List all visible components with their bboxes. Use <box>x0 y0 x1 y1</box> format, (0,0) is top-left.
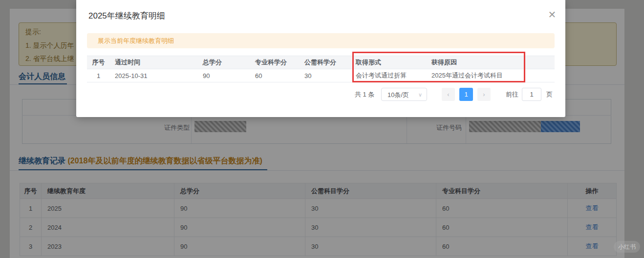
goto-unit-label: 页 <box>546 88 553 101</box>
cell-acquire-reason: 2025年通过会计考试科目 <box>427 69 555 82</box>
cell-no: 1 <box>87 69 110 82</box>
col-header-total-credits: 总学分 <box>198 56 250 69</box>
col-header-public-credits: 公需科学分 <box>300 56 351 69</box>
arrow-left-icon: ‹ <box>447 91 449 98</box>
modal-notice-banner: 展示当前年度继续教育明细 <box>87 33 555 48</box>
pagination-total: 共 1 条 <box>355 88 374 101</box>
prev-page-button[interactable]: ‹ <box>442 88 455 101</box>
col-header-professional-credits: 专业科学分 <box>250 56 300 69</box>
modal-title: 2025年继续教育明细 <box>88 10 165 21</box>
table-row: 1 2025-10-31 90 60 30 会计考试通过折算 2025年通过会计… <box>87 69 555 82</box>
next-page-button[interactable]: › <box>477 88 491 101</box>
page-size-value: 10条/页 <box>387 91 409 99</box>
cell-professional: 60 <box>250 69 300 82</box>
screenshot-root: 提示: 1. 显示个人历年 2. 省平台线上继 会计人员信息 证件类型 证件号码… <box>0 0 644 258</box>
chevron-down-icon: ∨ <box>418 88 422 101</box>
close-icon[interactable]: ✕ <box>545 8 559 21</box>
arrow-right-icon: › <box>483 91 485 98</box>
page-size-select[interactable]: 10条/页∨ <box>381 88 427 101</box>
col-header-no: 序号 <box>87 56 110 69</box>
cell-pass-date: 2025-10-31 <box>110 69 198 82</box>
cell-public: 30 <box>300 69 351 82</box>
cell-total: 90 <box>198 69 250 82</box>
ce-detail-header-row: 序号 通过时间 总学分 专业科学分 公需科学分 取得形式 获得原因 <box>87 56 555 69</box>
col-header-pass-date: 通过时间 <box>110 56 198 69</box>
ce-detail-table: 序号 通过时间 总学分 专业科学分 公需科学分 取得形式 获得原因 1 2025… <box>87 56 555 82</box>
xiaohongshu-watermark: 小红书 <box>614 241 640 253</box>
goto-label: 前往 <box>506 88 518 101</box>
page-number-1[interactable]: 1 <box>459 88 473 101</box>
goto-page-input[interactable] <box>522 88 541 101</box>
cell-acquire-method: 会计考试通过折算 <box>351 69 427 82</box>
col-header-acquire-method: 取得形式 <box>351 56 427 69</box>
col-header-acquire-reason: 获得原因 <box>427 56 555 69</box>
ce-detail-modal: 2025年继续教育明细 ✕ 展示当前年度继续教育明细 序号 通过时间 总学分 专… <box>76 0 565 117</box>
